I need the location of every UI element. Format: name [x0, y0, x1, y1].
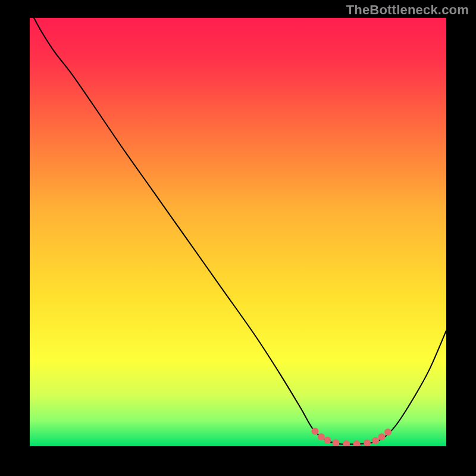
chart-frame: TheBottleneck.com [0, 0, 476, 476]
highlight-dot [372, 437, 379, 444]
plot-area [30, 18, 446, 446]
bottleneck-chart [30, 18, 446, 446]
highlight-dot [318, 433, 325, 440]
highlight-dot [378, 433, 386, 440]
highlight-dot [312, 428, 319, 435]
gradient-background [30, 18, 446, 446]
highlight-dot [333, 439, 340, 446]
highlight-dot [324, 437, 331, 444]
watermark-label: TheBottleneck.com [346, 2, 469, 18]
highlight-dot [384, 428, 392, 436]
